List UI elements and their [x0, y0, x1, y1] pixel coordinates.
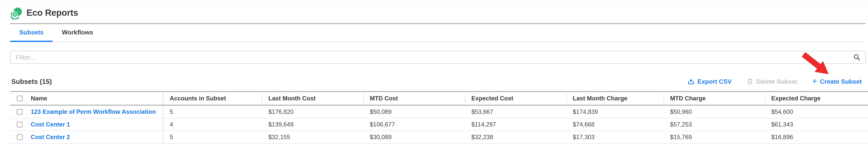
section-bar: Subsets (15) Export CSV: [10, 64, 866, 91]
tab-bar: Subsets Workflows: [10, 24, 866, 42]
row-checkbox[interactable]: [17, 122, 23, 127]
cell-accounts: 4: [163, 121, 262, 128]
tab-workflows-label: Workflows: [62, 29, 93, 36]
cell-last-month-charge: $74,668: [566, 121, 664, 128]
select-all-checkbox[interactable]: [17, 95, 23, 101]
cell-last-month-cost: $176,820: [262, 109, 363, 115]
page: Eco Reports Subsets Workflows Subsets (1…: [0, 0, 868, 151]
row-checkbox[interactable]: [17, 134, 23, 140]
row-name-cell: Cost Center 1: [10, 118, 163, 130]
top-edge-shadow: [0, 0, 868, 2]
export-csv-label: Export CSV: [697, 78, 732, 85]
cell-accounts: 5: [163, 109, 262, 115]
subsets-table: Name Accounts in Subset Last Month Cost …: [10, 91, 868, 144]
toolbar-actions: Export CSV Delete Subset + Create Subset: [688, 77, 862, 86]
column-header-name: Name: [31, 95, 47, 102]
search-icon[interactable]: [853, 54, 861, 61]
tab-workflows[interactable]: Workflows: [53, 24, 102, 42]
subset-name-link[interactable]: 123 Example of Perm Workflow Association: [31, 109, 156, 115]
trash-icon: [746, 78, 753, 85]
cell-mtd-cost: $50,089: [363, 109, 465, 115]
cell-last-month-charge: $174,839: [566, 109, 664, 115]
cell-expected-charge: $61,343: [765, 121, 868, 128]
table-row: Cost Center 2 5 $32,155 $30,089 $32,238 …: [10, 131, 868, 144]
cell-mtd-charge: $50,960: [664, 109, 765, 115]
column-header-last-month-charge: Last Month Charge: [566, 92, 664, 105]
subset-name-link[interactable]: Cost Center 2: [31, 134, 70, 141]
table-row: 123 Example of Perm Workflow Association…: [10, 105, 868, 118]
cell-expected-cost: $114,297: [465, 121, 566, 128]
tab-subsets[interactable]: Subsets: [10, 24, 53, 42]
export-csv-button[interactable]: Export CSV: [688, 78, 732, 85]
plus-icon: +: [812, 77, 817, 85]
eco-logo-icon: [11, 6, 23, 20]
column-header-last-month-cost: Last Month Cost: [262, 92, 363, 105]
column-header-expected-charge: Expected Charge: [765, 92, 868, 105]
row-name-cell: Cost Center 2: [10, 131, 163, 143]
section-title: Subsets (15): [11, 78, 52, 85]
cell-mtd-cost: $106,677: [363, 121, 465, 128]
delete-subset-button[interactable]: Delete Subset: [746, 78, 797, 85]
row-name-cell: 123 Example of Perm Workflow Association: [10, 105, 163, 118]
app-header: Eco Reports: [10, 2, 866, 24]
cell-expected-cost: $32,238: [465, 134, 566, 141]
create-subset-label: Create Subset: [820, 78, 862, 85]
tab-subsets-label: Subsets: [19, 29, 43, 36]
cell-expected-charge: $16,896: [765, 134, 868, 141]
cell-expected-cost: $53,667: [465, 109, 566, 115]
cell-last-month-cost: $32,155: [262, 134, 363, 141]
filter-input[interactable]: [10, 54, 853, 61]
create-subset-button[interactable]: + Create Subset: [812, 77, 862, 86]
cell-mtd-cost: $30,089: [363, 134, 465, 141]
row-checkbox[interactable]: [17, 109, 23, 115]
page-title: Eco Reports: [27, 7, 78, 18]
header-name-cell: Name: [10, 92, 163, 105]
table-header-row: Name Accounts in Subset Last Month Cost …: [10, 91, 868, 105]
table-row: Cost Center 1 4 $139,649 $106,677 $114,2…: [10, 118, 868, 131]
cell-mtd-charge: $57,253: [664, 121, 765, 128]
cell-mtd-charge: $15,769: [664, 134, 765, 141]
column-header-accounts: Accounts in Subset: [163, 95, 262, 102]
column-header-mtd-charge: MTD Charge: [664, 92, 765, 105]
column-header-expected-cost: Expected Cost: [465, 92, 566, 105]
cell-last-month-charge: $17,303: [566, 134, 664, 141]
column-header-mtd-cost: MTD Cost: [363, 92, 465, 105]
download-icon: [688, 78, 694, 85]
delete-subset-label: Delete Subset: [756, 78, 797, 85]
subset-name-link[interactable]: Cost Center 1: [31, 121, 70, 128]
cell-accounts: 5: [163, 134, 262, 141]
cell-expected-charge: $54,600: [765, 109, 868, 115]
cell-last-month-cost: $139,649: [262, 121, 363, 128]
filter-box: [10, 51, 866, 64]
